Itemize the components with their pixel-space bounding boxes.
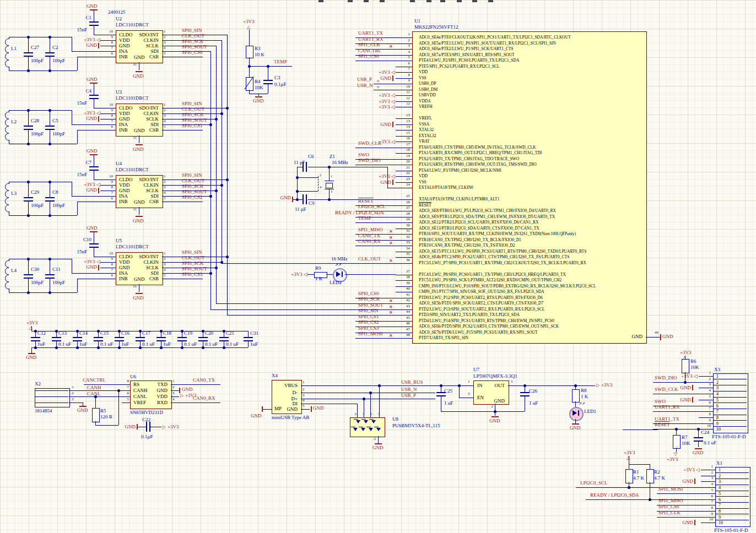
gnd-symbol bbox=[492, 416, 499, 417]
inductor-symbol[interactable] bbox=[2, 260, 10, 293]
value-label: 0.1µF bbox=[141, 434, 153, 439]
value-label: 100pF bbox=[52, 203, 65, 208]
junction-dot bbox=[296, 190, 299, 193]
inductor-symbol[interactable] bbox=[2, 38, 10, 71]
wire bbox=[249, 66, 292, 67]
wire bbox=[466, 385, 473, 386]
wire bbox=[653, 394, 713, 394]
can-connector-x2-body[interactable] bbox=[35, 388, 70, 407]
pin-number: 4 bbox=[320, 186, 321, 189]
diode-symbol bbox=[364, 420, 368, 423]
wire bbox=[100, 57, 116, 57]
pin-number: 3 bbox=[164, 263, 166, 266]
crystal-body[interactable] bbox=[326, 183, 333, 188]
pin-name: VDD bbox=[119, 182, 130, 188]
resistor-symbol[interactable] bbox=[92, 408, 100, 422]
pin-number: 5 bbox=[709, 395, 711, 399]
wire bbox=[72, 37, 72, 51]
wire bbox=[227, 35, 228, 315]
wire bbox=[35, 390, 68, 391]
wire bbox=[216, 46, 217, 303]
power-port: +3V3 ◁ bbox=[291, 271, 307, 277]
resistor-symbol[interactable] bbox=[646, 469, 654, 483]
wire bbox=[210, 309, 396, 310]
pin-number: 4 bbox=[164, 268, 166, 272]
wire bbox=[84, 384, 122, 385]
resistor-symbol[interactable] bbox=[673, 435, 681, 449]
part-number: LDC1101DRCT bbox=[116, 22, 149, 28]
gnd-symbol bbox=[136, 144, 143, 145]
designator: R1 bbox=[633, 469, 639, 475]
value-label: 100pF bbox=[52, 58, 65, 63]
wire bbox=[94, 155, 94, 166]
noerc-marker-icon: ✕ bbox=[389, 241, 393, 246]
diode-symbol bbox=[371, 420, 376, 423]
gnd-label: GND bbox=[133, 146, 144, 152]
gnd-symbol bbox=[695, 448, 702, 449]
power-arrow-icon: ▷ bbox=[596, 383, 600, 388]
wire bbox=[179, 384, 220, 385]
net-label: SWO bbox=[655, 399, 666, 404]
noerc-marker-icon: ✕ bbox=[389, 334, 393, 338]
pin-number: 2 bbox=[164, 180, 166, 184]
wire bbox=[623, 429, 658, 430]
capacitor-symbol bbox=[156, 337, 166, 338]
diode-symbol bbox=[356, 420, 360, 423]
pin-name: PTD4/LLWU_P14/SPI0_PCS1/UART0_RTS/TPM0_C… bbox=[419, 319, 554, 323]
resistor-symbol[interactable] bbox=[625, 469, 633, 483]
junction-dot bbox=[118, 330, 121, 333]
pin-name: ADC0_SE5a/PTE1/LLWU_P0/SPI1_SOUT/UART1_R… bbox=[419, 41, 556, 46]
pin-number: 12 bbox=[406, 102, 410, 106]
value-label: 1 K bbox=[315, 276, 322, 281]
pin-number: 26 bbox=[406, 200, 410, 204]
diode-bar bbox=[369, 419, 374, 420]
value-label: 0.1 uF bbox=[100, 341, 113, 347]
designator: R4 bbox=[255, 79, 261, 84]
pin-number: 10 bbox=[716, 427, 721, 432]
junction-dot bbox=[160, 346, 163, 349]
pin-number: 8 bbox=[709, 412, 711, 416]
pin-name: IN bbox=[477, 383, 483, 388]
wire bbox=[210, 51, 211, 309]
pin-number: 7 bbox=[711, 500, 714, 504]
resistor-symbol[interactable] bbox=[246, 46, 253, 58]
part-number: LDC1101DRCT bbox=[116, 167, 149, 172]
pin-number: 11 bbox=[133, 285, 137, 289]
resistor-symbol[interactable] bbox=[682, 359, 689, 373]
gnd-label: GND bbox=[693, 450, 704, 455]
net-label: CAN0_RX bbox=[193, 395, 215, 401]
pin-number: 3 bbox=[378, 412, 380, 416]
noerc-marker-icon: ✕ bbox=[389, 236, 393, 240]
pin-name: SCLK bbox=[146, 116, 159, 122]
noerc-marker-icon: ✕ bbox=[389, 259, 393, 263]
wire bbox=[575, 401, 576, 407]
pin-name: CLKIN bbox=[144, 111, 159, 116]
net-label: SPI1_MISO bbox=[658, 498, 683, 503]
pin-number: 11 bbox=[133, 63, 137, 67]
designator: R5 bbox=[100, 408, 106, 414]
inductor-symbol[interactable] bbox=[2, 183, 10, 216]
pin-name: GND bbox=[119, 265, 130, 270]
wire bbox=[249, 90, 250, 94]
resistor-symbol[interactable] bbox=[246, 77, 253, 91]
gnd-label: GND bbox=[77, 407, 88, 413]
value-label: 0.1µF bbox=[274, 81, 286, 87]
pin-number: 10 bbox=[109, 175, 113, 178]
diode-bar bbox=[366, 427, 371, 427]
inductor-symbol[interactable] bbox=[2, 111, 10, 144]
wire bbox=[77, 279, 78, 292]
gnd-symbol bbox=[136, 293, 143, 294]
net-label: CLK_OUT bbox=[182, 178, 204, 183]
pin-number: 6 bbox=[111, 125, 114, 129]
wire bbox=[100, 202, 116, 202]
cutoff-text-mark bbox=[440, 0, 445, 2]
capacitor-symbol bbox=[94, 337, 103, 338]
pin-number: 7 bbox=[127, 385, 129, 389]
wire bbox=[297, 167, 298, 199]
net-label: SWD_CLK bbox=[358, 140, 382, 146]
value-label: 16 MHz bbox=[332, 160, 348, 165]
power-port: +3V3 ◁ bbox=[379, 104, 395, 110]
wire bbox=[77, 57, 78, 70]
value-label: 15nF bbox=[77, 27, 87, 32]
value-label: 100pF bbox=[52, 131, 65, 137]
